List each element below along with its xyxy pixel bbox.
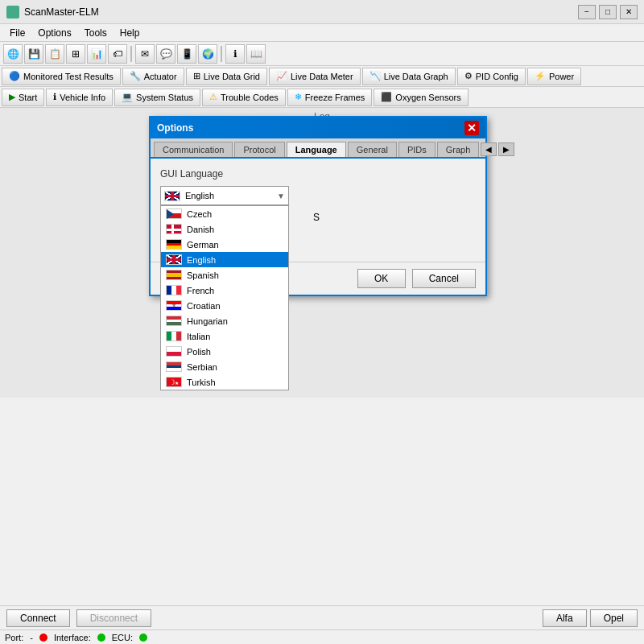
connect-button[interactable]: Connect	[6, 609, 70, 627]
nav-freeze-label: Freeze Frames	[305, 93, 365, 102]
ok-button[interactable]: OK	[357, 269, 406, 288]
tab-graph[interactable]: Graph	[437, 142, 480, 157]
menu-bar: File Options Tools Help	[0, 24, 644, 42]
nav-start-label: Start	[19, 93, 37, 102]
tool-mail[interactable]: ✉	[135, 44, 155, 64]
nav-trouble-codes[interactable]: ⚠ Trouble Codes	[202, 89, 286, 106]
dialog-title-text: Options	[157, 122, 193, 134]
dropdown-display[interactable]: English ▼	[160, 186, 289, 205]
tool-book[interactable]: 📖	[246, 44, 266, 64]
nav-live-data-meter[interactable]: 📈 Live Data Meter	[269, 68, 361, 85]
tool-phone[interactable]: 📱	[177, 44, 196, 64]
tool-clipboard[interactable]: 📋	[45, 44, 64, 64]
tool-save[interactable]: 💾	[24, 44, 43, 64]
language-list: Czech Danish German English	[160, 205, 289, 390]
nav-monitored-test[interactable]: 🔵 Monitored Test Results	[2, 68, 121, 85]
flag-turkish-icon	[166, 377, 182, 387]
dropdown-arrow-icon: ▼	[277, 192, 285, 200]
nav-live-data-graph[interactable]: 📉 Live Data Graph	[362, 68, 456, 85]
nav-meter-label: Live Data Meter	[291, 72, 353, 81]
menu-options[interactable]: Options	[31, 26, 77, 40]
nav-pid-config[interactable]: ⚙ PID Config	[457, 68, 526, 85]
lang-item-english[interactable]: English	[161, 252, 288, 267]
tool-tag[interactable]: 🏷	[108, 44, 127, 64]
tab-protocol[interactable]: Protocol	[234, 142, 284, 157]
nav-oxygen-sensors[interactable]: ⬛ Oxygen Sensors	[374, 89, 468, 106]
lang-label-german: German	[187, 240, 219, 250]
nav-trouble-label: Trouble Codes	[221, 93, 279, 102]
lang-item-turkish[interactable]: Turkish	[161, 374, 288, 390]
menu-help[interactable]: Help	[114, 26, 147, 40]
disconnect-button[interactable]: Disconnect	[76, 609, 151, 627]
lang-label-croatian: Croatian	[187, 301, 221, 311]
tool-chart[interactable]: 📊	[87, 44, 106, 64]
app-title: ScanMaster-ELM	[24, 6, 578, 18]
nav-live-data-grid[interactable]: ⊞ Live Data Grid	[186, 68, 267, 85]
nav-pid-label: PID Config	[476, 72, 518, 81]
app-icon	[6, 6, 19, 19]
nav-trouble-icon: ⚠	[209, 92, 217, 102]
lang-item-french[interactable]: French	[161, 283, 288, 298]
lang-item-serbian[interactable]: Serbian	[161, 359, 288, 374]
dropdown-value: English	[164, 191, 214, 201]
nav-monitored-label: Monitored Test Results	[23, 72, 114, 81]
ecu-label: ECU:	[112, 633, 133, 642]
nav-system-status[interactable]: 💻 System Status	[114, 89, 200, 106]
tab-general[interactable]: General	[348, 142, 397, 157]
s-section-label: S	[313, 212, 320, 223]
opel-button[interactable]: Opel	[590, 609, 638, 627]
language-dropdown[interactable]: English ▼ Czech Danish	[160, 186, 289, 205]
nav-start[interactable]: ▶ Start	[2, 89, 44, 106]
tab-language[interactable]: Language	[287, 142, 346, 157]
lang-item-croatian[interactable]: Croatian	[161, 298, 288, 313]
nav-oxygen-label: Oxygen Sensors	[395, 93, 460, 102]
cancel-button[interactable]: Cancel	[412, 269, 476, 288]
lang-item-polish[interactable]: Polish	[161, 344, 288, 359]
dialog-close-button[interactable]: ✕	[464, 121, 479, 135]
lang-item-danish[interactable]: Danish	[161, 221, 288, 237]
toolbar-separator-2	[221, 46, 222, 62]
nav-power[interactable]: ⚡ Power	[527, 68, 581, 85]
nav-row-1: 🔵 Monitored Test Results 🔧 Actuator ⊞ Li…	[0, 66, 644, 87]
lang-label-serbian: Serbian	[187, 362, 217, 372]
tool-grid[interactable]: ⊞	[66, 44, 85, 64]
flag-hungarian-icon	[166, 316, 182, 326]
flag-danish-icon	[166, 224, 182, 234]
tab-scroll-right[interactable]: ▶	[498, 142, 514, 156]
toolbar: 🌐 💾 📋 ⊞ 📊 🏷 ✉ 💬 📱 🌍 ℹ 📖	[0, 42, 644, 66]
menu-file[interactable]: File	[3, 26, 31, 40]
window-close-button[interactable]: ✕	[620, 5, 638, 19]
lang-label-english: English	[187, 255, 216, 265]
tool-globe[interactable]: 🌐	[3, 44, 23, 64]
tab-communication[interactable]: Communication	[154, 142, 233, 157]
nav-vehicle-icon: ℹ	[53, 92, 56, 102]
lang-label-danish: Danish	[187, 225, 214, 234]
lang-item-spanish[interactable]: Spanish	[161, 267, 288, 283]
lang-item-hungarian[interactable]: Hungarian	[161, 313, 288, 328]
tool-info[interactable]: ℹ	[225, 44, 245, 64]
nav-freeze-frames[interactable]: ❄ Freeze Frames	[287, 89, 373, 106]
lang-item-italian[interactable]: Italian	[161, 328, 288, 344]
flag-croatian-icon	[166, 300, 182, 311]
lang-item-czech[interactable]: Czech	[161, 206, 288, 221]
nav-actuator-icon: 🔧	[130, 71, 141, 81]
dialog-title-bar: Options ✕	[151, 118, 485, 138]
lang-item-german[interactable]: German	[161, 237, 288, 252]
menu-tools[interactable]: Tools	[78, 26, 114, 40]
tab-scroll-left[interactable]: ◀	[481, 142, 497, 156]
ecu-led	[139, 634, 147, 642]
tab-pids[interactable]: PIDs	[398, 142, 436, 157]
lang-label-turkish: Turkish	[187, 378, 216, 387]
nav-vehicle-info[interactable]: ℹ Vehicle Info	[46, 89, 113, 106]
tool-chat[interactable]: 💬	[156, 44, 175, 64]
nav-system-icon: 💻	[122, 92, 133, 102]
status-bar: Port: - Interface: ECU:	[0, 630, 644, 644]
maximize-button[interactable]: □	[599, 5, 617, 19]
minimize-button[interactable]: −	[578, 5, 596, 19]
nav-actuator-label: Actuator	[144, 72, 177, 81]
flag-polish-icon	[166, 346, 182, 357]
alfa-button[interactable]: Alfa	[543, 609, 587, 627]
lang-label-hungarian: Hungarian	[187, 316, 228, 326]
tool-globe2[interactable]: 🌍	[198, 44, 217, 64]
nav-actuator[interactable]: 🔧 Actuator	[122, 68, 184, 85]
